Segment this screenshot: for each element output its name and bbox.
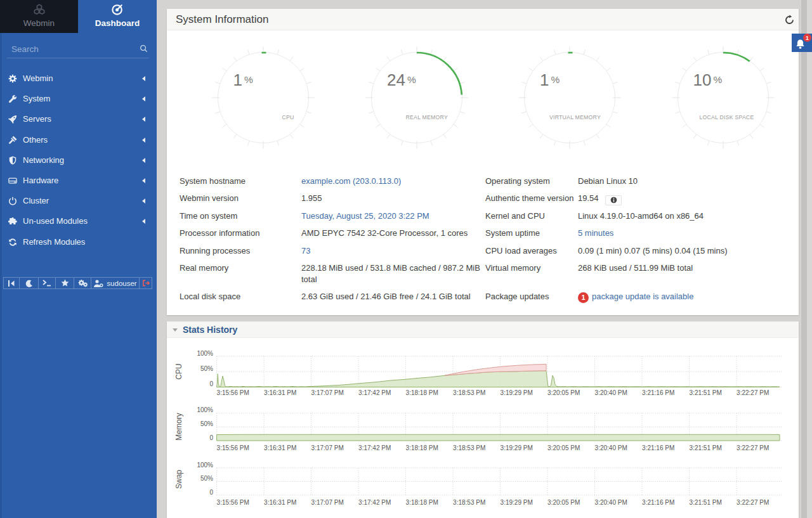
svg-text:3:19:29 PM: 3:19:29 PM bbox=[501, 389, 533, 396]
svg-text:100%: 100% bbox=[197, 462, 213, 469]
svg-text:3:19:29 PM: 3:19:29 PM bbox=[501, 444, 533, 451]
svg-text:50%: 50% bbox=[200, 365, 213, 372]
svg-text:3:17:42 PM: 3:17:42 PM bbox=[358, 499, 391, 506]
svg-text:3:18:53 PM: 3:18:53 PM bbox=[453, 499, 485, 506]
svg-text:3:18:53 PM: 3:18:53 PM bbox=[453, 444, 485, 451]
svg-text:3:22:27 PM: 3:22:27 PM bbox=[737, 499, 769, 506]
svg-text:3:15:56 PM: 3:15:56 PM bbox=[217, 499, 249, 506]
svg-text:3:21:51 PM: 3:21:51 PM bbox=[690, 389, 722, 396]
svg-text:3:17:42 PM: 3:17:42 PM bbox=[358, 389, 391, 396]
svg-text:3:21:16 PM: 3:21:16 PM bbox=[642, 444, 674, 451]
svg-text:50%: 50% bbox=[200, 475, 213, 482]
svg-text:3:16:31 PM: 3:16:31 PM bbox=[264, 389, 296, 396]
svg-text:3:17:07 PM: 3:17:07 PM bbox=[311, 499, 344, 506]
svg-text:3:16:31 PM: 3:16:31 PM bbox=[264, 444, 296, 451]
svg-text:3:21:16 PM: 3:21:16 PM bbox=[642, 389, 674, 396]
svg-text:CPU: CPU bbox=[174, 363, 183, 379]
svg-text:3:20:40 PM: 3:20:40 PM bbox=[595, 389, 627, 396]
svg-text:3:21:51 PM: 3:21:51 PM bbox=[690, 444, 722, 451]
svg-text:3:15:56 PM: 3:15:56 PM bbox=[217, 444, 249, 451]
svg-text:3:20:40 PM: 3:20:40 PM bbox=[595, 444, 627, 451]
svg-text:3:18:18 PM: 3:18:18 PM bbox=[406, 499, 438, 506]
svg-text:3:22:27 PM: 3:22:27 PM bbox=[737, 389, 769, 396]
svg-text:50%: 50% bbox=[200, 420, 213, 427]
svg-text:3:18:53 PM: 3:18:53 PM bbox=[453, 389, 485, 396]
svg-text:0: 0 bbox=[209, 434, 213, 441]
svg-text:3:21:16 PM: 3:21:16 PM bbox=[642, 499, 674, 506]
svg-text:3:21:51 PM: 3:21:51 PM bbox=[690, 499, 722, 506]
svg-text:Memory: Memory bbox=[174, 413, 183, 440]
svg-text:3:17:42 PM: 3:17:42 PM bbox=[358, 444, 391, 451]
svg-text:3:18:18 PM: 3:18:18 PM bbox=[406, 444, 438, 451]
svg-text:1: 1 bbox=[806, 35, 809, 41]
svg-text:3:22:27 PM: 3:22:27 PM bbox=[737, 444, 769, 451]
svg-text:100%: 100% bbox=[197, 406, 213, 413]
svg-text:0: 0 bbox=[209, 489, 213, 496]
svg-text:3:17:07 PM: 3:17:07 PM bbox=[311, 389, 344, 396]
svg-text:3:20:05 PM: 3:20:05 PM bbox=[547, 499, 580, 506]
svg-text:3:20:40 PM: 3:20:40 PM bbox=[595, 499, 627, 506]
svg-text:3:18:18 PM: 3:18:18 PM bbox=[406, 389, 438, 396]
svg-text:0: 0 bbox=[209, 380, 213, 387]
svg-text:3:15:56 PM: 3:15:56 PM bbox=[217, 389, 249, 396]
svg-text:3:17:07 PM: 3:17:07 PM bbox=[311, 444, 344, 451]
svg-text:3:20:05 PM: 3:20:05 PM bbox=[547, 389, 580, 396]
svg-text:3:20:05 PM: 3:20:05 PM bbox=[547, 444, 580, 451]
svg-text:100%: 100% bbox=[197, 350, 213, 357]
svg-text:3:19:29 PM: 3:19:29 PM bbox=[501, 499, 533, 506]
svg-text:3:16:31 PM: 3:16:31 PM bbox=[264, 499, 296, 506]
svg-text:Swap: Swap bbox=[174, 470, 183, 489]
